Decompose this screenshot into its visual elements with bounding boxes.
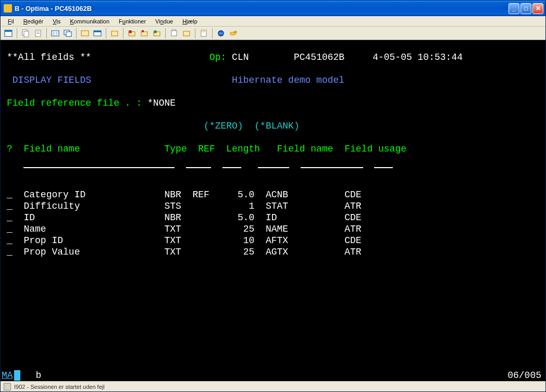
window-title: B - Optima - PC451062B	[15, 5, 508, 12]
op-value: CLN	[232, 52, 249, 62]
col-type: Type	[164, 144, 187, 154]
field-row[interactable]: _ Category ID NBR REF 5.0 ACNB CDE	[7, 189, 545, 200]
col-sel: ?	[7, 144, 13, 154]
header-title: **All fields **	[7, 52, 91, 62]
svg-rect-29	[234, 31, 237, 33]
col-usage: Field usage	[344, 144, 406, 154]
col-field-name2: Field name	[277, 144, 333, 154]
menu-hjaelp[interactable]: Hjælp	[178, 17, 202, 26]
toolbar	[1, 27, 545, 40]
toolbar-btn-10[interactable]	[139, 28, 150, 39]
svg-rect-9	[56, 32, 58, 35]
menu-funktioner[interactable]: Funktioner	[115, 17, 150, 26]
field-row[interactable]: _ Difficulty STS 1 STAT ATR	[7, 200, 545, 212]
svg-rect-23	[171, 31, 177, 36]
cursor-position: 06/005	[507, 370, 545, 381]
minimize-button[interactable]: _	[508, 3, 519, 14]
menu-vis[interactable]: Vis	[48, 17, 65, 26]
toolbar-btn-14[interactable]	[198, 28, 209, 39]
menubar: Fil Redigér Vis Kommunikation Funktioner…	[1, 16, 545, 27]
menu-kommunikation[interactable]: Kommunikation	[66, 17, 114, 26]
svg-rect-26	[202, 31, 205, 32]
svg-rect-3	[24, 31, 29, 37]
svg-rect-5	[36, 32, 40, 32]
zero-label: (*ZERO)	[204, 121, 243, 131]
field-row[interactable]: _ Prop ID TXT 10 AFTX CDE	[7, 235, 545, 246]
ref-file-label: Field reference file . :	[7, 98, 142, 108]
cursor	[14, 370, 20, 381]
field-row[interactable]: _ ID NBR 5.0 ID CDE	[7, 212, 545, 223]
toolbar-btn-11[interactable]	[151, 28, 163, 39]
toolbar-btn-3[interactable]	[32, 28, 44, 39]
svg-point-18	[129, 30, 132, 33]
toolbar-btn-5[interactable]	[62, 28, 73, 39]
toolbar-btn-4[interactable]	[49, 28, 61, 39]
terminal[interactable]: **All fields ** Op: CLN PC451062B 4-05-0…	[1, 40, 545, 381]
op-label: Op:	[209, 52, 226, 62]
toolbar-btn-9[interactable]	[126, 28, 138, 39]
field-row[interactable]: _ Prop Value TXT 25 AGTX ATR	[7, 246, 545, 258]
toolbar-btn-15[interactable]	[215, 28, 227, 39]
blank-label: (*BLANK)	[254, 121, 299, 131]
status-icon	[4, 383, 11, 390]
ref-file-value: *NONE	[147, 98, 176, 108]
toolbar-btn-7[interactable]	[92, 28, 103, 39]
svg-rect-11	[66, 32, 71, 36]
toolbar-btn-8[interactable]	[109, 28, 120, 39]
toolbar-btn-1[interactable]	[3, 28, 14, 39]
svg-rect-12	[81, 31, 89, 36]
terminal-statusbar: MA b 06/005	[1, 370, 545, 381]
toolbar-btn-2[interactable]	[20, 28, 31, 39]
menu-rediger[interactable]: Redigér	[19, 17, 48, 26]
svg-rect-20	[142, 30, 144, 32]
col-ref: REF	[198, 144, 215, 154]
svg-point-16	[114, 30, 116, 32]
svg-rect-24	[183, 31, 190, 36]
ma-indicator: MA	[1, 370, 14, 381]
toolbar-btn-12[interactable]	[168, 28, 180, 39]
window-statusbar: I902 - Sessionen er startet uden fejl	[1, 381, 545, 391]
svg-rect-1	[5, 30, 12, 32]
app-icon	[4, 4, 12, 12]
svg-rect-19	[141, 32, 147, 36]
svg-rect-6	[36, 33, 40, 34]
app-window: B - Optima - PC451062B _ □ ✕ Fil Redigér…	[0, 0, 546, 392]
toolbar-btn-6[interactable]	[79, 28, 91, 39]
menu-vindue[interactable]: Vindue	[151, 17, 177, 26]
svg-point-22	[154, 30, 157, 33]
datetime: 4-05-05 10:53:44	[373, 52, 463, 62]
field-rows: _ Category ID NBR REF 5.0 ACNB CDE_ Diff…	[7, 189, 545, 258]
svg-rect-14	[94, 31, 101, 32]
maximize-button[interactable]: □	[520, 3, 531, 14]
col-field-name: Field name	[23, 144, 80, 154]
subtitle: DISPLAY FIELDS	[13, 75, 91, 85]
status-message: I902 - Sessionen er startet uden fejl	[14, 384, 105, 390]
svg-rect-25	[201, 30, 206, 36]
system: PC451062B	[294, 52, 344, 62]
window-buttons: _ □ ✕	[508, 3, 543, 14]
toolbar-btn-16[interactable]	[228, 28, 239, 39]
field-row[interactable]: _ Name TXT 25 NAME ATR	[7, 223, 545, 235]
toolbar-btn-13[interactable]	[181, 28, 192, 39]
model: Hibernate demo model	[232, 75, 344, 85]
svg-rect-8	[53, 32, 55, 35]
close-button[interactable]: ✕	[532, 3, 543, 14]
titlebar: B - Optima - PC451062B _ □ ✕	[1, 1, 545, 16]
session-id: b	[36, 370, 42, 381]
col-length: Length	[226, 144, 260, 154]
menu-fil[interactable]: Fil	[4, 17, 18, 26]
